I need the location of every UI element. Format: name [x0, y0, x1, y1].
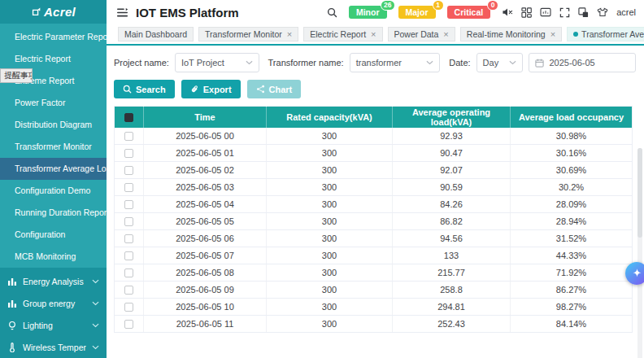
cell-avg-operating-load: 92.93 — [393, 128, 511, 145]
date-picker-input[interactable]: 2025-06-05 — [529, 53, 636, 72]
bar-chart-icon — [7, 277, 17, 286]
row-checkbox[interactable] — [124, 217, 133, 226]
scrollbar[interactable] — [637, 148, 642, 358]
row-checkbox[interactable] — [124, 268, 133, 277]
alarm-label: Major — [406, 7, 429, 17]
sparkle-icon — [631, 268, 643, 280]
row-checkbox[interactable] — [124, 320, 133, 329]
sidebar-item-group-energy[interactable]: Group energy — [0, 292, 107, 314]
cell-avg-operating-load: 84.26 — [393, 196, 511, 213]
cell-avg-load-occupancy: 28.94% — [511, 213, 633, 230]
tab-real-time-monitoring[interactable]: Real-time Monitoring× — [460, 27, 562, 41]
table-header-row: Time Rated capacity(kVA) Average operati… — [115, 107, 633, 128]
export-button[interactable]: Export — [181, 80, 241, 98]
row-checkbox[interactable] — [124, 183, 133, 192]
tab-transformer-average-load-report[interactable]: Transformer Average Load Report× — [567, 27, 644, 41]
table-row: 2025-06-05 0530086.8228.94% — [115, 213, 633, 230]
alarm-critical-button[interactable]: Critical0 — [447, 6, 491, 19]
transformer-name-label: Transformer name: — [268, 58, 344, 68]
header-checkbox-cell — [115, 107, 144, 128]
cell-avg-load-occupancy: 44.33% — [511, 247, 633, 264]
sidebar-item-transformer-average-loa[interactable]: Transformer Average Loa... — [0, 158, 107, 180]
skin-tshirt-icon[interactable] — [597, 7, 608, 17]
row-checkbox[interactable] — [124, 200, 133, 209]
cell-rated-capacity: 300 — [267, 196, 393, 213]
sidebar-item-configuration[interactable]: Configuration — [0, 224, 107, 246]
fullscreen-icon[interactable] — [559, 7, 570, 18]
row-checkbox[interactable] — [124, 149, 133, 158]
row-checkbox-cell — [115, 282, 144, 299]
assistant-fab-button[interactable] — [625, 262, 644, 285]
sidebar-item-lighting[interactable]: Lighting — [0, 314, 107, 336]
row-checkbox[interactable] — [124, 286, 133, 295]
col-header-rated-capacity: Rated capacity(kVA) — [267, 107, 393, 128]
select-all-checkbox[interactable] — [124, 113, 133, 122]
cell-avg-load-occupancy: 30.2% — [511, 179, 633, 196]
chevron-down-icon — [246, 60, 253, 65]
table-row: 2025-06-05 0430084.2628.09% — [115, 196, 633, 213]
sidebar-item-electric-report[interactable]: Electric Report — [0, 48, 107, 70]
close-tab-icon[interactable]: × — [550, 30, 555, 39]
transformer-select[interactable]: transformer — [350, 53, 441, 72]
cell-time: 2025-06-05 11 — [144, 316, 267, 333]
cell-rated-capacity: 300 — [267, 179, 393, 196]
close-tab-icon[interactable]: × — [371, 30, 376, 39]
sidebar-item-power-factor[interactable]: Power Factor — [0, 92, 107, 114]
cell-time: 2025-06-05 09 — [144, 282, 267, 299]
transformer-select-value: transformer — [356, 58, 422, 68]
row-checkbox[interactable] — [124, 234, 133, 243]
tab-power-data[interactable]: Power Data× — [388, 27, 455, 41]
project-select-value: IoT Project — [181, 58, 241, 68]
chart-button[interactable]: Chart — [247, 80, 302, 98]
mute-icon[interactable] — [502, 7, 513, 17]
row-checkbox[interactable] — [124, 166, 133, 175]
date-granularity-select[interactable]: Day — [476, 53, 524, 72]
chevron-down-icon — [92, 345, 99, 350]
sidebar-item-energy-analysis[interactable]: Energy Analysis — [0, 270, 107, 292]
search-icon[interactable] — [327, 7, 337, 18]
sidebar-item-transformer-monitor[interactable]: Transformer Monitor — [0, 136, 107, 158]
cell-avg-operating-load: 294.81 — [393, 299, 511, 316]
grid-layout-icon[interactable] — [521, 7, 532, 18]
cell-avg-operating-load: 215.77 — [393, 264, 511, 282]
close-tab-icon[interactable]: × — [287, 30, 292, 39]
sidebar-item-label: Group energy — [23, 299, 86, 308]
username[interactable]: acrel — [616, 7, 636, 17]
row-checkbox-cell — [115, 128, 144, 145]
table-row: 2025-06-05 10300294.8198.27% — [115, 299, 633, 316]
row-checkbox[interactable] — [124, 132, 133, 141]
alarm-minor-button[interactable]: Minor26 — [349, 6, 387, 19]
tab-bar: Main DashboardTransformer Monitor×Electr… — [107, 24, 644, 46]
tab-electric-report[interactable]: Electric Report× — [303, 27, 382, 41]
alarm-major-button[interactable]: Major1 — [398, 6, 436, 19]
search-button[interactable]: Search — [114, 80, 175, 98]
sidebar-item-electric-parameter-report[interactable]: Electric Parameter Report — [0, 26, 107, 48]
cell-avg-operating-load: 94.56 — [393, 230, 511, 247]
table-row: 2025-06-05 0130090.4730.16% — [115, 145, 633, 162]
row-checkbox-cell — [115, 230, 144, 247]
menu-fold-icon[interactable] — [116, 7, 128, 18]
cell-rated-capacity: 300 — [267, 299, 393, 316]
export-button-label: Export — [203, 85, 232, 94]
row-checkbox[interactable] — [124, 303, 133, 312]
tab-transformer-monitor[interactable]: Transformer Monitor× — [198, 27, 298, 41]
sidebar-item-configuration-demo[interactable]: Configuration Demo — [0, 180, 107, 202]
cell-rated-capacity: 300 — [267, 264, 393, 282]
row-checkbox-cell — [115, 145, 144, 162]
sidebar-item-wireless-temperature[interactable]: Wireless Temperature — [0, 336, 107, 358]
sidebar-item-distribution-diagram[interactable]: Distribution Diagram — [0, 114, 107, 136]
sidebar-item-running-duration-report[interactable]: Running Duration Report — [0, 202, 107, 224]
theme-layers-icon[interactable] — [578, 7, 589, 18]
cell-rated-capacity: 300 — [267, 162, 393, 179]
cell-avg-operating-load: 92.07 — [393, 162, 511, 179]
monitor-icon[interactable] — [540, 7, 551, 17]
scrollbar-thumb[interactable] — [637, 148, 642, 238]
cell-avg-operating-load: 252.43 — [393, 316, 511, 333]
table-row: 2025-06-05 0330090.5930.2% — [115, 179, 633, 196]
close-tab-icon[interactable]: × — [443, 30, 448, 39]
top-bar: IOT EMS Platform Minor26Major1Critical0 — [107, 0, 644, 24]
sidebar-item-mcb-monitoring[interactable]: MCB Monitoring — [0, 246, 107, 268]
tab-main-dashboard[interactable]: Main Dashboard — [118, 27, 194, 41]
project-select[interactable]: IoT Project — [175, 53, 259, 72]
row-checkbox[interactable] — [124, 251, 133, 260]
